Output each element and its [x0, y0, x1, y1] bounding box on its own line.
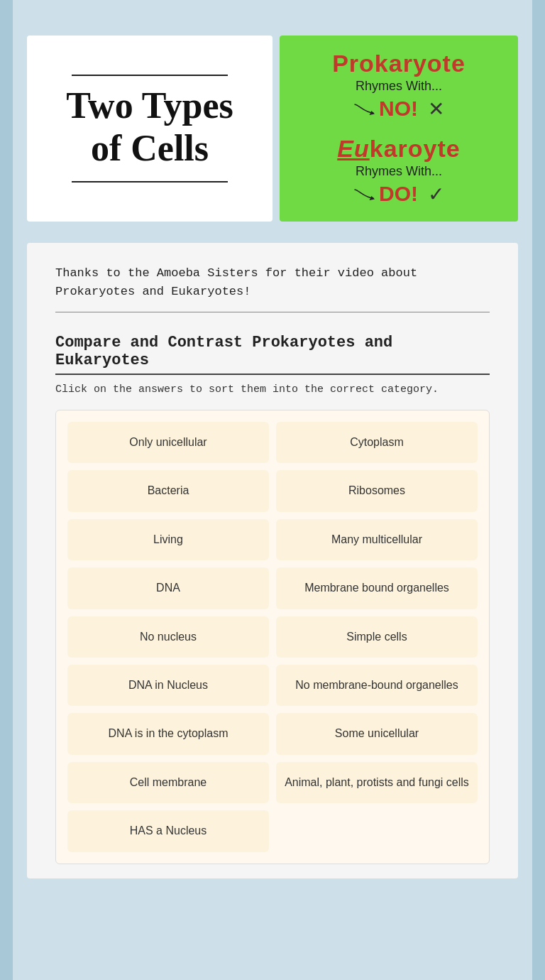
prokaryote-answer-row: NO! ✕ [353, 97, 444, 121]
credit-text: Thanks to the Amoeba Sisters for their v… [55, 264, 490, 312]
answer-tile-6[interactable]: Many multicellular [276, 519, 478, 560]
answer-tile-10[interactable]: Simple cells [276, 616, 478, 658]
prokaryote-rhymes-text: Rhymes With... [356, 79, 442, 94]
title-card: Two Types of Cells [27, 36, 272, 222]
answer-tile-7[interactable]: DNA [67, 567, 269, 609]
answer-tile-17[interactable]: HAS a Nucleus [67, 810, 269, 851]
answer-tile-4[interactable]: Ribosomes [276, 470, 478, 511]
top-spacer [13, 0, 532, 7]
compare-title: Compare and Contrast Prokaryotes and Euk… [55, 334, 490, 375]
answers-grid: Only unicellular Cytoplasm Bacteria Ribo… [55, 410, 490, 864]
page-title: Two Types of Cells [66, 85, 233, 170]
eukaryote-answer-row: DO! ✓ [353, 182, 444, 206]
bottom-spacer [13, 878, 532, 900]
answer-tile-1[interactable]: Only unicellular [67, 422, 269, 463]
main-content-section: Thanks to the Amoeba Sisters for their v… [27, 243, 518, 878]
answer-tile-9[interactable]: No nucleus [67, 616, 269, 658]
eukaryote-label: Eukaroyte [337, 135, 460, 163]
answer-tile-14[interactable]: Some unicellular [276, 713, 478, 754]
title-bottom-line [72, 181, 228, 183]
eukaryote-rhymes-text: Rhymes With... [356, 164, 442, 179]
prokaryote-arrow-icon [353, 102, 375, 116]
answer-tile-13[interactable]: DNA is in the cytoplasm [67, 713, 269, 754]
answer-tile-15[interactable]: Cell membrane [67, 762, 269, 803]
no-x-icon: ✕ [428, 97, 444, 121]
answer-tile-12[interactable]: No membrane-bound organelles [276, 665, 478, 706]
answer-tile-5[interactable]: Living [67, 519, 269, 560]
title-top-line [72, 75, 228, 76]
answer-tile-11[interactable]: DNA in Nucleus [67, 665, 269, 706]
eukaryote-arrow-icon [353, 187, 375, 201]
top-section: Two Types of Cells Prokaryote Rhymes Wit… [13, 7, 532, 243]
answer-tile-8[interactable]: Membrane bound organelles [276, 567, 478, 609]
instruction-text: Click on the answers to sort them into t… [55, 383, 490, 396]
mnemonic-card: Prokaryote Rhymes With... NO! ✕ Eukaroyt… [280, 36, 518, 222]
answer-tile-16[interactable]: Animal, plant, protists and fungi cells [276, 762, 478, 803]
right-sidebar-bar [532, 0, 545, 980]
left-sidebar-bar [0, 0, 13, 980]
prokaryote-label: Prokaryote [332, 50, 466, 77]
answer-tile-3[interactable]: Bacteria [67, 470, 269, 511]
answer-tile-2[interactable]: Cytoplasm [276, 422, 478, 463]
do-check-icon: ✓ [428, 183, 444, 206]
